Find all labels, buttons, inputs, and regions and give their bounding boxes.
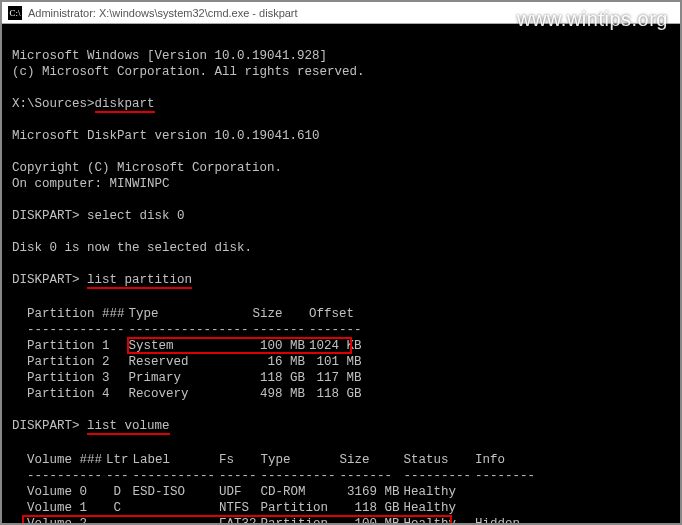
output-line: On computer: MINWINPC (12, 177, 170, 191)
table-header-row: Partition ###Type Size Offset (12, 306, 366, 322)
partition-table-wrapper: Partition ###Type Size Offset ----------… (12, 306, 670, 402)
terminal-output[interactable]: Microsoft Windows [Version 10.0.19041.92… (2, 24, 680, 525)
table-row: Volume 0 D ESD-ISO UDF CD-ROM 3169 MBHea… (12, 484, 539, 500)
cmd-icon: C:\ (8, 6, 22, 20)
table-row: Partition 1 System 100 MB1024 KB (12, 338, 366, 354)
table-row: Partition 2 Reserved 16 MB 101 MB (12, 354, 366, 370)
table-divider-row: ----------------------------------------… (12, 322, 366, 338)
table-row: Volume 2 FAT32Partition 100 MBHealthy Hi… (12, 516, 539, 525)
prompt: DISKPART> (12, 273, 87, 287)
partition-table: Partition ###Type Size Offset ----------… (12, 306, 366, 402)
command-diskpart: diskpart (95, 96, 155, 112)
command-list-volume: list volume (87, 418, 170, 434)
highlight-underline (87, 287, 192, 289)
command-list-partition: list partition (87, 272, 192, 288)
highlight-underline (87, 433, 170, 435)
output-line: Disk 0 is now the selected disk. (12, 241, 252, 255)
command-select-disk: select disk 0 (87, 209, 185, 223)
window-title: Administrator: X:\windows\system32\cmd.e… (28, 7, 298, 19)
highlight-underline (95, 111, 155, 113)
output-line: (c) Microsoft Corporation. All rights re… (12, 65, 365, 79)
prompt: DISKPART> (12, 209, 87, 223)
table-divider-row: ----------------------------------------… (12, 468, 539, 484)
table-header-row: Volume ###LtrLabel Fs Type Size Status I… (12, 452, 539, 468)
output-line: Microsoft Windows [Version 10.0.19041.92… (12, 49, 327, 63)
prompt: DISKPART> (12, 419, 87, 433)
volume-table: Volume ###LtrLabel Fs Type Size Status I… (12, 452, 539, 525)
output-line: Copyright (C) Microsoft Corporation. (12, 161, 282, 175)
table-row: Volume 1 C NTFS Partition 118 GBHealthy (12, 500, 539, 516)
table-row: Partition 3 Primary 118 GB 117 MB (12, 370, 366, 386)
prompt: X:\Sources> (12, 97, 95, 111)
watermark-text: www.wintips.org (517, 8, 668, 31)
output-line: Microsoft DiskPart version 10.0.19041.61… (12, 129, 320, 143)
volume-table-wrapper: Volume ###LtrLabel Fs Type Size Status I… (12, 452, 670, 525)
table-row: Partition 4 Recovery 498 MB 118 GB (12, 386, 366, 402)
